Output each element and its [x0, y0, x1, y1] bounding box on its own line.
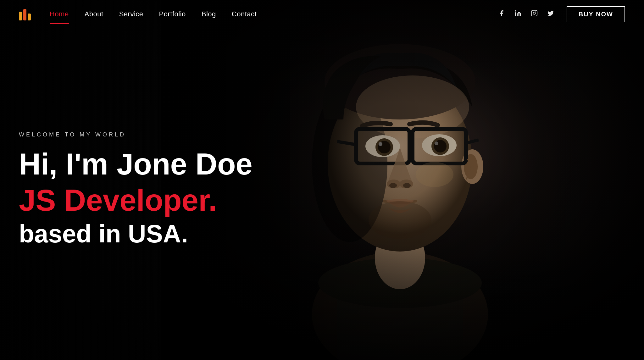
facebook-icon[interactable] [498, 10, 505, 19]
svg-point-36 [536, 11, 536, 12]
nav-item-portfolio[interactable]: Portfolio [159, 10, 186, 18]
buy-now-button[interactable]: BUY NOW [567, 6, 625, 22]
hero-content: WELCOME TO MY WORLD Hi, I'm Jone Doe JS … [19, 131, 253, 247]
nav-link-about[interactable]: About [85, 10, 103, 18]
instagram-icon[interactable] [531, 10, 538, 19]
svg-point-35 [533, 12, 535, 14]
hero-location: based in USA. [19, 220, 253, 248]
nav-item-about[interactable]: About [85, 10, 103, 18]
nav-links: Home About Service Portfolio Blog Contac… [50, 10, 257, 18]
logo-bar-2 [23, 9, 26, 20]
nav-link-contact[interactable]: Contact [232, 10, 257, 18]
nav-left: Home About Service Portfolio Blog Contac… [19, 8, 257, 20]
social-icons [498, 10, 554, 19]
linkedin-icon[interactable] [514, 10, 521, 19]
nav-item-contact[interactable]: Contact [232, 10, 257, 18]
nav-link-blog[interactable]: Blog [202, 10, 216, 18]
hero-role: JS Developer. [19, 184, 253, 217]
nav-link-portfolio[interactable]: Portfolio [159, 10, 186, 18]
hero-greeting: Hi, I'm Jone Doe [19, 147, 253, 180]
nav-link-home[interactable]: Home [50, 10, 69, 18]
logo[interactable] [19, 8, 31, 20]
logo-bar-1 [19, 12, 22, 20]
nav-item-home[interactable]: Home [50, 10, 69, 18]
twitter-icon[interactable] [547, 10, 554, 19]
svg-point-33 [515, 10, 516, 12]
navbar: Home About Service Portfolio Blog Contac… [0, 0, 644, 28]
svg-rect-34 [531, 10, 537, 16]
nav-link-service[interactable]: Service [119, 10, 143, 18]
nav-item-blog[interactable]: Blog [202, 10, 216, 18]
nav-item-service[interactable]: Service [119, 10, 143, 18]
welcome-text: WELCOME TO MY WORLD [19, 131, 253, 138]
logo-bar-3 [28, 14, 31, 20]
nav-right: BUY NOW [498, 6, 625, 22]
